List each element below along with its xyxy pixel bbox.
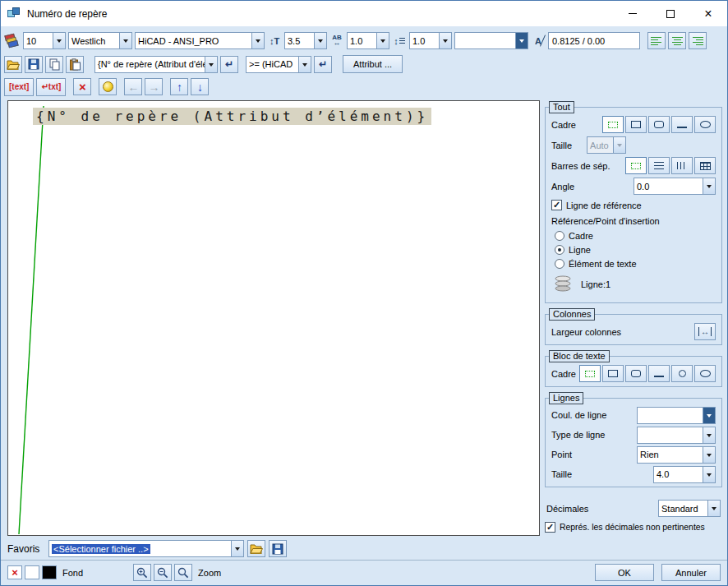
radio-element-texte[interactable] — [555, 259, 564, 269]
chevron-down-icon[interactable] — [515, 33, 528, 48]
zoom-label: Zoom — [198, 568, 221, 578]
check-icon: ✓ — [546, 523, 554, 532]
undo-button[interactable]: ← — [124, 78, 142, 95]
maximize-button[interactable] — [652, 1, 689, 26]
separator-grid-button[interactable] — [694, 157, 716, 174]
cancel-button[interactable]: Annuler — [661, 564, 721, 581]
frame-oval-button[interactable] — [694, 116, 716, 133]
text-height-combo[interactable]: 3.5 — [284, 32, 327, 49]
open-button[interactable] — [4, 56, 22, 73]
frame-rect-button[interactable] — [625, 116, 647, 133]
radio-ligne[interactable] — [555, 245, 564, 255]
insert-text-button[interactable]: [text] — [4, 78, 34, 96]
line-stack-icon[interactable] — [551, 275, 574, 294]
line-color-row: Coul. de ligne — [550, 405, 717, 425]
reference-line-checkbox[interactable]: ✓ — [551, 200, 562, 210]
align-right-button[interactable] — [689, 32, 707, 49]
attribute-combo[interactable]: {N° de repère (Attribut d'élé — [94, 56, 218, 73]
folder-open-icon — [7, 59, 20, 70]
chevron-down-icon[interactable] — [251, 33, 264, 48]
font-name-combo[interactable]: Westlich — [68, 32, 132, 49]
block-frame-none-button[interactable] — [579, 365, 601, 382]
insert-attribute-button[interactable]: ↵ — [220, 56, 238, 73]
angle-combo[interactable]: 0.0 — [634, 178, 716, 195]
aspect-ratio-field[interactable]: 0.8125 / 0.00 — [548, 32, 640, 49]
size-combo[interactable]: Auto — [587, 136, 626, 154]
line-color-combo[interactable] — [637, 407, 716, 424]
separator-vlines-button[interactable] — [671, 157, 693, 174]
chevron-down-icon[interactable] — [376, 33, 389, 48]
ok-button[interactable]: OK — [595, 564, 654, 581]
zoom-out-button[interactable] — [154, 564, 172, 581]
align-left-button[interactable] — [647, 32, 666, 49]
line-type-combo[interactable] — [637, 427, 716, 444]
radio-cadre[interactable] — [555, 231, 564, 241]
move-up-button[interactable]: ↑ — [170, 78, 188, 95]
close-icon: × — [704, 7, 712, 21]
insert-text-newline-button[interactable]: ↵txt] — [36, 78, 66, 96]
repres-row: ✓ Représ. les décimales non pertinentes — [543, 519, 724, 535]
line-size-combo[interactable]: 4.0 — [653, 466, 716, 483]
separator-none-button[interactable] — [625, 157, 647, 174]
favorites-open-button[interactable] — [247, 540, 265, 557]
decimales-combo[interactable]: Standard — [658, 500, 721, 517]
separator-hlines-button[interactable] — [648, 157, 670, 174]
chevron-down-icon[interactable] — [439, 33, 451, 48]
chevron-down-icon[interactable] — [703, 467, 715, 482]
color-layers-icon[interactable] — [4, 33, 21, 49]
block-frame-underline-button[interactable] — [648, 365, 670, 382]
align-center-button[interactable] — [668, 32, 686, 49]
point-combo[interactable]: Rien — [637, 446, 716, 464]
background-none-button[interactable]: × — [7, 565, 22, 579]
column-width-button[interactable]: ↔ — [694, 323, 716, 340]
chevron-down-icon[interactable] — [205, 57, 217, 72]
annotation-text[interactable]: {N° de repère (Attribut d’élément)} — [33, 108, 431, 125]
frame-none-button[interactable] — [602, 116, 624, 133]
chevron-down-icon[interactable] — [231, 541, 243, 556]
line-spacing-combo[interactable]: 1.0 — [409, 32, 452, 49]
chevron-down-icon[interactable] — [703, 447, 715, 463]
move-down-button[interactable]: ↓ — [191, 78, 209, 95]
cadre-row: Cadre — [550, 114, 717, 135]
zoom-fit-button[interactable] — [174, 564, 192, 581]
background-black-button[interactable] — [42, 565, 57, 579]
chevron-down-icon[interactable] — [703, 178, 715, 194]
repres-checkbox[interactable]: ✓ — [545, 522, 555, 533]
chevron-down-icon[interactable] — [119, 33, 131, 48]
chevron-down-icon[interactable] — [707, 501, 720, 516]
group-bloc-title: Bloc de texte — [549, 350, 610, 362]
chevron-down-icon[interactable] — [703, 427, 715, 443]
block-frame-rect-button[interactable] — [602, 365, 624, 382]
parameter-set-combo[interactable]: HiCAD - ANSI_PRO — [135, 32, 265, 49]
redo-button[interactable]: → — [145, 78, 163, 95]
char-spacing-combo[interactable]: 1.0 — [347, 32, 389, 49]
line-style-combo[interactable] — [454, 32, 528, 49]
block-frame-circle-button[interactable] — [671, 365, 693, 382]
chevron-down-icon[interactable] — [703, 408, 715, 423]
frame-underline-button[interactable] — [671, 116, 693, 133]
background-white-button[interactable] — [25, 565, 39, 579]
delete-button[interactable]: × — [73, 78, 91, 95]
favorites-combo[interactable]: <Sélectionner fichier ..> — [48, 540, 244, 557]
symbol-button[interactable] — [99, 78, 117, 95]
save-button[interactable] — [25, 56, 43, 73]
attribute-dialog-button[interactable]: Attribut ... — [343, 55, 403, 73]
operator-combo[interactable]: >= (HiCAD — [246, 56, 311, 73]
close-button[interactable]: × — [689, 1, 727, 26]
chevron-down-icon[interactable] — [53, 33, 65, 48]
block-frame-oval-button[interactable] — [694, 365, 716, 382]
font-size-combo[interactable]: 10 — [23, 32, 66, 49]
insert-operator-button[interactable]: ↵ — [314, 56, 332, 73]
zoom-in-icon — [136, 567, 148, 579]
copy-button[interactable] — [45, 56, 63, 73]
minimize-button[interactable] — [614, 1, 652, 26]
block-frame-round-button[interactable] — [625, 365, 647, 382]
chevron-down-icon[interactable] — [314, 33, 326, 48]
chevron-down-icon[interactable] — [298, 57, 311, 72]
frame-round-button[interactable] — [648, 116, 670, 133]
favorites-save-button[interactable] — [269, 540, 287, 557]
favorites-value: <Sélectionner fichier ..> — [52, 544, 150, 554]
zoom-in-button[interactable] — [133, 564, 151, 581]
paste-button[interactable] — [66, 56, 84, 73]
preview-canvas[interactable]: {N° de repère (Attribut d’élément)} — [7, 100, 540, 536]
